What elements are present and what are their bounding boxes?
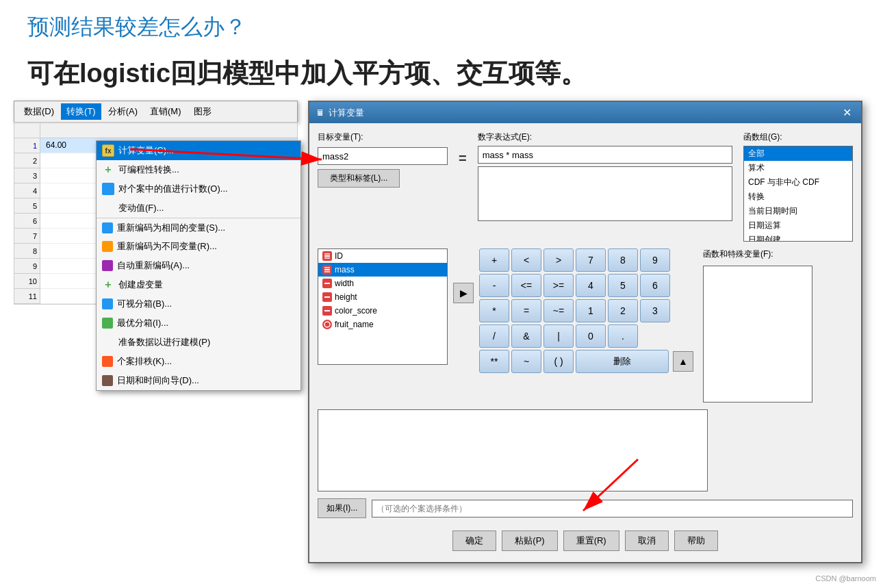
var-label-height: height xyxy=(335,292,357,302)
calc-btn-gt[interactable]: > xyxy=(543,248,574,272)
numeric-expr-section: 数字表达式(E): xyxy=(478,131,732,221)
dropdown-shift[interactable]: 变动值(F)... xyxy=(97,199,300,218)
menu-direct[interactable]: 直销(M) xyxy=(144,103,187,120)
calc-btn-and[interactable]: & xyxy=(511,324,541,348)
calc-btn-plus[interactable]: + xyxy=(479,248,509,272)
dropdown-auto-recode[interactable]: 自动重新编码(A)... xyxy=(97,256,300,275)
calc-btn-or[interactable]: | xyxy=(543,324,574,348)
var-item-id[interactable]: ID xyxy=(318,249,447,263)
watermark: CSDN @barnoom xyxy=(815,574,876,583)
calc-btn-minus[interactable]: - xyxy=(479,274,509,297)
up-arrow-button[interactable]: ▲ xyxy=(673,351,693,372)
calc-btn-not[interactable]: ~ xyxy=(511,350,541,373)
calc-btn-lt[interactable]: < xyxy=(511,248,541,272)
menu-transform[interactable]: 转换(T) xyxy=(61,103,101,120)
calc-btn-neq[interactable]: ~= xyxy=(543,299,574,322)
calc-btn-multiply[interactable]: * xyxy=(479,299,509,322)
func-group-convert[interactable]: 转换 xyxy=(744,190,852,204)
calc-btn-divide[interactable]: / xyxy=(479,324,509,348)
calc-btn-5[interactable]: 5 xyxy=(608,274,638,297)
dropdown-visual-bin[interactable]: 可视分箱(B)... xyxy=(97,294,300,314)
var-item-fruit-name[interactable]: fruit_name xyxy=(318,318,447,331)
dropdown-count[interactable]: 对个案中的值进行计数(O)... xyxy=(97,179,300,199)
menu-graph[interactable]: 图形 xyxy=(188,103,217,120)
dropdown-rank[interactable]: 个案排秩(K)... xyxy=(97,352,300,371)
dropdown-prepare-model[interactable]: 准备数据以进行建模(P) xyxy=(97,333,300,352)
numeric-expr-area[interactable] xyxy=(478,166,732,221)
calc-btn-dot[interactable]: . xyxy=(608,324,638,348)
dropdown-optimal-bin[interactable]: 最优分箱(I)... xyxy=(97,314,300,333)
function-group-list[interactable]: 全部 算术 CDF 与非中心 CDF 转换 当前日期时间 日期运算 日期创建 xyxy=(743,146,853,242)
calc-btn-delete[interactable]: 删除 xyxy=(576,350,669,373)
dropdown-create-dummy-label: 创建虚变量 xyxy=(118,279,163,291)
help-button[interactable]: 帮助 xyxy=(674,531,718,551)
calc-btn-2[interactable]: 2 xyxy=(608,299,638,322)
func-group-all[interactable]: 全部 xyxy=(744,146,852,161)
calc-btn-eq[interactable]: = xyxy=(511,299,541,322)
func-group-date-create[interactable]: 日期创建 xyxy=(744,233,852,242)
function-special-list[interactable] xyxy=(703,266,812,402)
page-title: 预测结果较差怎么办？ xyxy=(27,12,856,42)
cancel-button[interactable]: 取消 xyxy=(625,531,669,551)
target-variable-section: 目标变量(T): 类型和标签(L)... xyxy=(318,131,448,188)
row-num-2: 2 xyxy=(14,153,40,168)
row-num-1: 1 xyxy=(14,138,40,153)
dropdown-date[interactable]: 日期和时间向导(D)... xyxy=(97,371,300,390)
row-numbers: 1 2 3 4 5 6 7 8 9 10 11 xyxy=(14,123,40,304)
target-variable-input[interactable] xyxy=(318,147,448,165)
func-group-cdf[interactable]: CDF 与非中心 CDF xyxy=(744,175,852,190)
func-group-date-ops[interactable]: 日期运算 xyxy=(744,218,852,233)
dropdown-menu: fx 计算变量(C)... + 可编程性转换... 对个案中的值进行计数(O).… xyxy=(96,140,301,391)
subtitle-area: 可在logistic回归模型中加入平方项、交互项等。 xyxy=(0,49,883,101)
func-group-arithmetic[interactable]: 算术 xyxy=(744,161,852,175)
calc-btn-8[interactable]: 8 xyxy=(608,248,638,272)
calc-btn-lte[interactable]: <= xyxy=(511,274,541,297)
confirm-button[interactable]: 确定 xyxy=(452,531,496,551)
calc-btn-parens[interactable]: ( ) xyxy=(543,350,574,373)
dialog-close-button[interactable]: ✕ xyxy=(840,106,854,119)
visual-bin-icon xyxy=(102,298,113,309)
condition-input[interactable] xyxy=(372,500,853,517)
var-item-mass[interactable]: mass xyxy=(318,263,447,277)
dropdown-recode-diff[interactable]: 重新编码为不同变量(R)... xyxy=(97,237,300,256)
var-item-width[interactable]: width xyxy=(318,277,447,290)
variable-list[interactable]: ID mass width xyxy=(318,248,448,365)
if-button[interactable]: 如果(I)... xyxy=(318,498,366,518)
calc-btn-9[interactable]: 9 xyxy=(640,248,670,272)
var-item-height[interactable]: height xyxy=(318,290,447,304)
dropdown-calc-variable[interactable]: fx 计算变量(C)... xyxy=(97,141,300,160)
numeric-expr-input[interactable] xyxy=(478,146,732,164)
var-icon-width xyxy=(322,279,332,288)
menu-analyze[interactable]: 分析(A) xyxy=(103,103,143,120)
dialog-title-icon: 🖩 xyxy=(316,108,324,118)
dropdown-create-dummy[interactable]: + 创建虚变量 xyxy=(97,275,300,294)
dialog-middle-section: ID mass width xyxy=(318,248,853,402)
transfer-arrow-button[interactable]: ▶ xyxy=(453,283,474,303)
dropdown-programmable[interactable]: + 可编程性转换... xyxy=(97,160,300,179)
calc-row-5: ** ~ ( ) 删除 ▲ xyxy=(479,350,693,373)
menu-data[interactable]: 数据(D) xyxy=(18,103,60,120)
calc-btn-gte[interactable]: >= xyxy=(543,274,574,297)
var-icon-color-score xyxy=(322,306,332,316)
calc-btn-3[interactable]: 3 xyxy=(640,299,670,322)
calc-icon: fx xyxy=(102,144,114,157)
calc-btn-7[interactable]: 7 xyxy=(576,248,606,272)
row-num-9: 9 xyxy=(14,259,40,274)
calc-btn-4[interactable]: 4 xyxy=(576,274,606,297)
type-label-button[interactable]: 类型和标签(L)... xyxy=(318,169,400,188)
calc-btn-1[interactable]: 1 xyxy=(576,299,606,322)
var-item-color-score[interactable]: color_score xyxy=(318,304,447,318)
dropdown-recode-same[interactable]: 重新编码为相同的变量(S)... xyxy=(97,218,300,237)
expression-textarea[interactable] xyxy=(318,409,708,491)
func-group-datetime[interactable]: 当前日期时间 xyxy=(744,204,852,218)
calc-btn-0[interactable]: 0 xyxy=(576,324,606,348)
calc-btn-6[interactable]: 6 xyxy=(640,274,670,297)
calc-row-1: + < > 7 8 9 xyxy=(479,248,693,272)
variable-list-container: ID mass width xyxy=(318,248,448,365)
var-label-width: width xyxy=(335,279,354,288)
calc-btn-power[interactable]: ** xyxy=(479,350,509,373)
row-num-10: 10 xyxy=(14,274,40,289)
var-icon-fruit-name xyxy=(322,320,332,329)
paste-button[interactable]: 粘贴(P) xyxy=(502,531,557,551)
reset-button[interactable]: 重置(R) xyxy=(563,531,619,551)
